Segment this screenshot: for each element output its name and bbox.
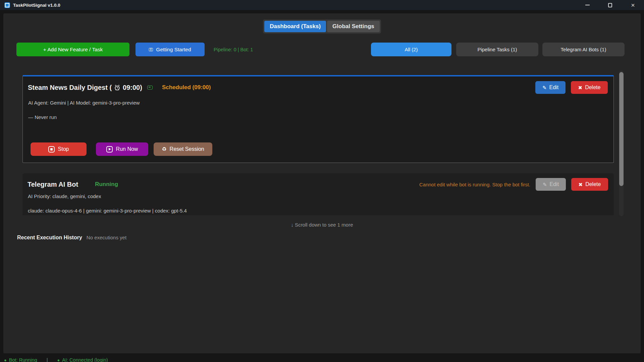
filter-pipeline-tasks-button[interactable]: Pipeline Tasks (1) — [456, 43, 538, 56]
task-status-badge: Scheduled (09:00) — [162, 84, 211, 91]
filter-telegram-ai-bots-button[interactable]: Telegram AI Bots (1) — [542, 43, 625, 56]
app-title: TaskPilotSignal v1.0.0 — [13, 3, 60, 8]
edit-warning-text: Cannot edit while bot is running. Stop t… — [419, 182, 530, 187]
recycle-icon: ♻ — [162, 146, 166, 152]
task-last-run: — Never run — [28, 114, 57, 120]
task-status-badge: Running — [95, 181, 118, 188]
stop-icon — [48, 146, 55, 153]
tab-global-settings[interactable]: Global Settings — [327, 21, 380, 32]
recent-execution-history: Recent Execution History No executions y… — [17, 235, 126, 241]
maximize-icon — [608, 3, 612, 7]
filter-all-button[interactable]: All (2) — [371, 43, 451, 56]
getting-started-button[interactable]: Getting Started — [136, 43, 205, 56]
history-empty-text: No executions yet — [87, 235, 126, 240]
close-icon: ✕ — [631, 3, 635, 8]
edit-button-disabled[interactable]: ✎ Edit — [536, 178, 566, 191]
tab-group: Dashboard (Tasks) Global Settings — [263, 19, 381, 34]
delete-button[interactable]: ✖ Delete — [571, 178, 608, 191]
stop-button[interactable]: Stop — [31, 142, 87, 156]
tab-bar: Dashboard (Tasks) Global Settings — [0, 19, 644, 34]
pencil-icon: ✎ — [542, 85, 547, 90]
app-logo-icon — [4, 2, 10, 8]
tab-dashboard-tasks[interactable]: Dashboard (Tasks) — [264, 21, 326, 32]
window-controls: ✕ — [580, 0, 644, 10]
bot-status-dot-icon: ● — [4, 358, 7, 362]
maximize-button[interactable] — [602, 0, 618, 10]
scroll-hint: ↓ Scroll down to see 1 more — [0, 222, 644, 228]
ai-status-dot-icon: ● — [57, 358, 60, 362]
task-card-steam-news-daily-digest: Steam News Daily Digest ( 09:00) Schedul… — [22, 75, 614, 163]
status-separator: | — [47, 357, 48, 362]
edit-button[interactable]: ✎ Edit — [535, 81, 566, 94]
titlebar: TaskPilotSignal v1.0.0 ✕ — [0, 0, 644, 10]
reset-session-button[interactable]: ♻ Reset Session — [154, 142, 212, 156]
book-icon — [149, 48, 153, 51]
task-title: Steam News Daily Digest ( 09:00) — [28, 84, 142, 92]
toolbar: + Add New Feature / Task Getting Started… — [0, 43, 644, 56]
minimize-icon — [585, 5, 590, 5]
status-bar: ● Bot: Running | ● AI: Connected (login) — [4, 357, 108, 362]
x-icon: ✖ — [578, 85, 583, 90]
run-now-button[interactable]: Run Now — [96, 142, 148, 156]
bot-status-text: Bot: Running — [9, 357, 37, 362]
bot-models-detail: claude: claude-opus-4-6 | gemini: gemini… — [28, 208, 187, 214]
getting-started-label: Getting Started — [156, 47, 191, 53]
pencil-icon: ✎ — [543, 182, 547, 187]
task-list: Steam News Daily Digest ( 09:00) Schedul… — [19, 70, 619, 215]
scrollbar-thumb[interactable] — [619, 72, 624, 186]
task-title: Telegram AI Bot — [28, 181, 78, 188]
pipeline-bot-counts: Pipeline: 0 | Bot: 1 — [214, 43, 253, 56]
task-card-header: Steam News Daily Digest ( 09:00) Schedul… — [28, 81, 608, 94]
task-agent-model-detail: AI Agent: Gemini | AI Model: gemini-3-pr… — [28, 100, 140, 106]
minimize-button[interactable] — [580, 0, 595, 10]
task-card-header: Telegram AI Bot Running Cannot edit whil… — [28, 178, 608, 191]
ai-status-text[interactable]: AI: Connected (login) — [62, 357, 108, 362]
close-button[interactable]: ✕ — [625, 0, 641, 10]
task-card-telegram-ai-bot: Telegram AI Bot Running Cannot edit whil… — [22, 173, 614, 215]
x-icon: ✖ — [579, 182, 583, 187]
add-new-feature-task-button[interactable]: + Add New Feature / Task — [16, 43, 129, 56]
alarm-clock-icon — [114, 84, 120, 91]
play-icon — [106, 146, 113, 153]
delete-button[interactable]: ✖ Delete — [571, 81, 608, 94]
history-title: Recent Execution History — [17, 235, 82, 241]
bot-badge-icon — [147, 85, 153, 89]
bot-priority-detail: AI Priority: claude, gemini, codex — [28, 193, 101, 199]
